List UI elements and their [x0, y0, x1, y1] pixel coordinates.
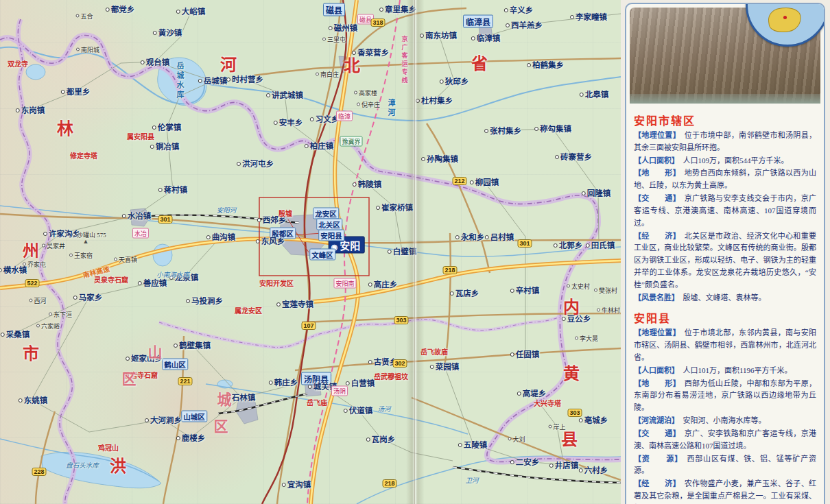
section-title: 安阳县 — [634, 309, 816, 326]
map-label: 三里屯 — [322, 35, 346, 44]
map-label: 省 — [471, 50, 488, 74]
map-label: 修定寺塔 — [70, 150, 97, 160]
map-label: 亳城乡 — [579, 414, 608, 425]
item-label: 【地理位置】 — [634, 328, 680, 337]
map-label: 文峰区 — [309, 249, 335, 261]
map-label: 伏道镇 — [344, 405, 373, 416]
map-label: 北 — [344, 52, 360, 76]
map-label: 州 — [23, 237, 39, 261]
map-label: 都党乡 — [106, 3, 135, 14]
map-label: 五陵镇 — [458, 439, 488, 450]
map-label: 城 — [217, 388, 232, 409]
map-label: 采桑镇 — [1, 328, 30, 339]
map-label: 黄沙镇 — [153, 27, 182, 38]
item-label: 【地 形】 — [634, 169, 680, 177]
photo-water-edge — [630, 94, 820, 104]
atlas-page: { "panel": { "sections": [ { "title": "安… — [0, 0, 830, 504]
map-label: 马家乡 — [73, 291, 103, 302]
map-label: 磁州镇 — [329, 22, 358, 33]
map-label: 曲沟镇 — [206, 231, 236, 242]
map-label: 王家宿 — [69, 251, 93, 260]
map-label: 北皋镇 — [580, 88, 609, 99]
item-label: 【河流湖泊】 — [634, 416, 679, 424]
locator-city-dot — [783, 16, 787, 19]
gazetteer-item: 【交 通】 京广、安李铁路和京广客运专线，京港澳、南林高速公路和107国道过境。 — [634, 428, 816, 453]
map-label: 安阳县 — [318, 230, 344, 241]
map-label: 大河涧乡 — [145, 414, 182, 425]
map-label: 南东坊镇 — [420, 29, 457, 40]
map-area: 安阳磁县临漳县安阳县汤阴县龙安区北关区殷都区文峰区鹤山区山城区磁州镇章里集乡都党… — [0, 0, 621, 504]
map-label: 太史村 — [567, 282, 590, 291]
map-label: 牛林村 — [597, 306, 620, 315]
map-label: 樊张村 — [594, 286, 617, 295]
map-label: 安阳南 — [333, 278, 356, 289]
route-shield: 301 — [158, 215, 172, 224]
map-label: 大兴寺塔 — [534, 398, 561, 408]
map-label: 鸡冠山 — [98, 442, 119, 453]
map-label: 高家楼 — [354, 88, 377, 97]
map-label: 辛义乡 — [504, 4, 534, 15]
map-label: 西羊羔乡 — [506, 19, 543, 30]
map-label: 辛村镇 — [510, 285, 540, 296]
item-label: 【风景名胜】 — [634, 293, 679, 302]
gazetteer-item: 【经 济】 北关区是市政治、经济文化中心和重要工业区，商业比较繁荣。文峰区有传统… — [634, 230, 816, 291]
map-label: 区 — [122, 368, 137, 388]
map-label: 白营镇 — [346, 377, 375, 388]
map-label: 东岗镇 — [16, 104, 45, 115]
route-shield: 522 — [25, 279, 39, 287]
gazetteer-item: 【地理位置】 位于市境北部，东邻内黄县，南与安阳市辖区、汤阴县、鹤壁市相邻，西靠… — [634, 327, 816, 363]
map-label: 韩陵镇 — [353, 178, 382, 189]
info-panel-frame: 安阳市辖区【地理位置】 位于市境中部，南邻鹤壁市和汤阴县，其余三面被安阳县所环抱… — [625, 3, 825, 504]
map-label: 东姚镇 — [19, 394, 48, 405]
gazetteer-item: 【人口面积】 人口101万，面积1196平方千米。 — [634, 365, 816, 377]
map-label: 盘石头水库 — [66, 460, 99, 470]
map-label: 洪河屯乡 — [237, 158, 274, 169]
locator-region-shape — [767, 5, 803, 34]
item-label: 【地理位置】 — [634, 131, 680, 139]
map-label: 汤阴 — [331, 386, 348, 396]
map-label: 黄 — [563, 360, 580, 384]
map-label: 柏鹤集乡 — [527, 59, 564, 70]
map-label: 伦掌镇 — [152, 121, 182, 132]
gazetteer-item: 【河流湖泊】 安阳河、小南海水库等。 — [634, 415, 816, 427]
map-label: 河 — [220, 51, 237, 75]
map-label: 岳城水库 — [174, 62, 185, 100]
map-label: 孙陶集镇 — [421, 153, 458, 164]
map-label: 殷墟 — [278, 208, 292, 218]
map-label: 安阳开发区 — [259, 278, 294, 288]
map-label: 马投涧乡 — [186, 295, 223, 306]
map-label: 吴家井 — [42, 241, 65, 250]
map-label: 习文乡 — [310, 113, 340, 124]
map-labels-layer: 安阳磁县临漳县安阳县汤阴县龙安区北关区殷都区文峰区鹤山区山城区磁州镇章里集乡都党… — [0, 0, 621, 504]
map-label: 白璧镇 — [388, 245, 417, 256]
map-label: 属龙安区 — [235, 305, 262, 315]
map-label: 县 — [561, 426, 578, 450]
map-label: 卫河 — [465, 475, 478, 485]
map-label: 大峪镇 — [176, 5, 206, 16]
map-label: 柏庄镇 — [305, 140, 334, 151]
map-label: 岳飞庙 — [307, 397, 327, 407]
map-label: 京广客运专线 — [401, 36, 410, 85]
map-label: 都里乡 — [61, 86, 91, 97]
route-shield: 218 — [382, 479, 396, 488]
route-shield: 318 — [370, 19, 385, 27]
map-label: 临漳县 — [463, 15, 493, 28]
route-shield: 301 — [517, 239, 532, 248]
route-shield: 221 — [178, 377, 192, 385]
map-label: 崔家桥镇 — [376, 202, 413, 213]
map-label: 杜村集乡 — [416, 95, 453, 106]
map-label: 铜冶镇 — [150, 141, 180, 152]
route-shield: 218 — [442, 266, 457, 274]
map-label: 瓦店乡 — [450, 287, 479, 298]
map-label: 临漳 — [336, 111, 353, 121]
map-label: 大刘 — [508, 435, 525, 444]
map-label: 洪 — [110, 453, 126, 477]
map-label: 水冶镇 — [122, 210, 152, 221]
map-label: 岳城镇 — [198, 75, 228, 86]
info-panel: 安阳市辖区【地理位置】 位于市境中部，南邻鹤壁市和汤阴县，其余三面被安阳县所环抱… — [621, 0, 830, 504]
map-label: 龙安区 — [313, 208, 339, 219]
gazetteer-item: 【资 源】 西部山区有煤、铁、铝、锰等矿产资源。 — [634, 453, 816, 478]
map-label: 沙罐山 575 — [72, 230, 106, 239]
route-shield: 107 — [301, 322, 316, 330]
map-label: 天喜镇 — [114, 255, 137, 264]
